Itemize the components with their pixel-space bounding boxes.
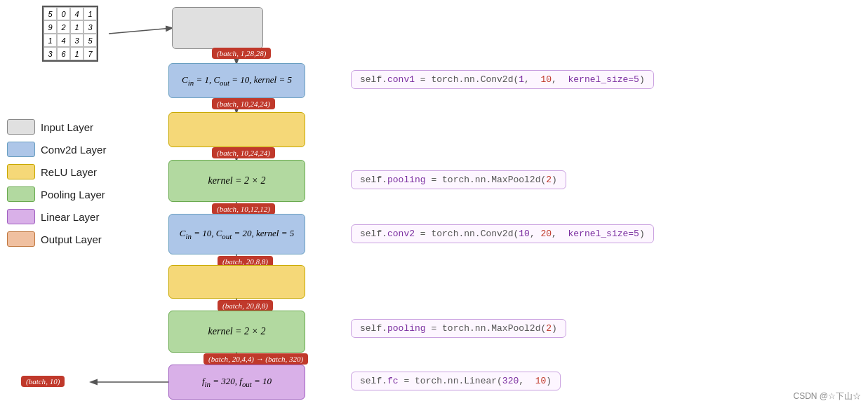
code-pool2: self.pooling = torch.nn.MaxPool2d(2)	[351, 319, 566, 338]
layer-linear: fin = 320, fout = 10	[168, 365, 305, 400]
legend-box-output	[7, 231, 35, 247]
legend-label-input: Input Layer	[41, 121, 93, 133]
legend-label-pooling: Pooling Layer	[41, 189, 105, 200]
legend-box-relu	[7, 164, 35, 179]
svg-line-0	[109, 28, 172, 34]
legend-box-input	[7, 119, 35, 135]
legend-box-pooling	[7, 186, 35, 202]
diagram: 5041 9213 1435 3617 (batch, 1,28,28) Cin…	[0, 0, 868, 408]
legend-box-conv2d	[7, 142, 35, 157]
shape-batch-20-8-8-b: (batch, 20,8,8)	[218, 300, 273, 311]
layer-pool1: kernel = 2 × 2	[168, 160, 305, 202]
code-pool1: self.pooling = torch.nn.MaxPool2d(2)	[351, 170, 566, 189]
legend-box-linear	[7, 209, 35, 224]
shape-batch-20-4-4-320: (batch, 20,4,4) → (batch, 320)	[203, 353, 308, 365]
legend-item-input: Input Layer	[7, 119, 106, 135]
legend-item-conv2d: Conv2d Layer	[7, 142, 106, 157]
shape-batch-10-12-12: (batch, 10,12,12)	[212, 203, 275, 215]
input-image: 5041 9213 1435 3617	[42, 6, 98, 62]
shape-batch-10-output: (batch, 10)	[21, 376, 65, 387]
layer-relu2	[168, 265, 305, 299]
code-conv1: self.conv1 = torch.nn.Conv2d(1, 10, kern…	[351, 70, 654, 89]
shape-batch-1-28-28: (batch, 1,28,28)	[212, 48, 271, 59]
legend-label-linear: Linear Layer	[41, 211, 99, 223]
shape-batch-10-24-24-a: (batch, 10,24,24)	[212, 98, 275, 109]
code-conv2: self.conv2 = torch.nn.Conv2d(10, 20, ker…	[351, 224, 654, 243]
legend-item-output: Output Layer	[7, 231, 106, 247]
legend-label-relu: ReLU Layer	[41, 166, 97, 178]
legend-label-output: Output Layer	[41, 233, 102, 245]
layer-conv1: Cin = 1, Cout = 10, kernel = 5	[168, 63, 305, 98]
layer-relu1	[168, 112, 305, 147]
legend-item-pooling: Pooling Layer	[7, 186, 106, 202]
shape-batch-10-24-24-b: (batch, 10,24,24)	[212, 147, 275, 158]
code-linear: self.fc = torch.nn.Linear(320, 10)	[351, 372, 561, 390]
legend: Input Layer Conv2d Layer ReLU Layer Pool…	[7, 119, 106, 247]
legend-item-relu: ReLU Layer	[7, 164, 106, 179]
layer-input	[172, 7, 263, 49]
legend-item-linear: Linear Layer	[7, 209, 106, 224]
watermark: CSDN @☆下山☆	[793, 390, 861, 402]
legend-label-conv2d: Conv2d Layer	[41, 144, 106, 156]
layer-pool2: kernel = 2 × 2	[168, 311, 305, 353]
arrows-svg	[0, 0, 868, 408]
layer-conv2: Cin = 10, Cout = 20, kernel = 5	[168, 214, 305, 254]
